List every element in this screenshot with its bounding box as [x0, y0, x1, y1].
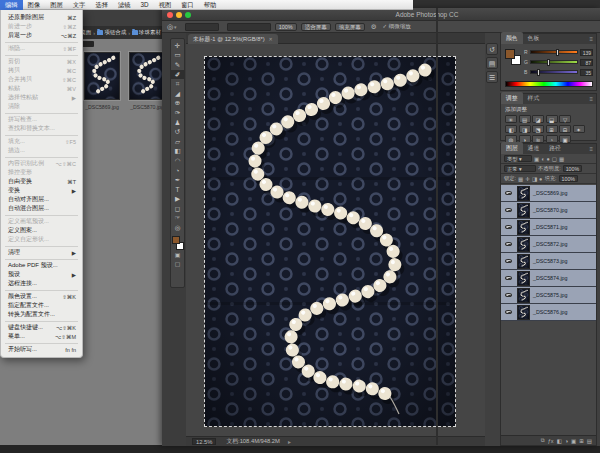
edit-menu-item[interactable]: 描边... [1, 146, 82, 155]
r-slider-track[interactable] [530, 50, 578, 54]
adjustment-icon[interactable]: ▤ [519, 115, 531, 124]
adjustment-icon[interactable]: ✦ [573, 125, 585, 134]
layer-row[interactable]: _DSC5874.jpg [501, 270, 596, 287]
edit-menu-item[interactable]: 开始听写...fn fn [1, 345, 82, 354]
zoom-tool[interactable]: ◎ [171, 223, 184, 233]
layer-row[interactable]: _DSC5871.jpg [501, 219, 596, 236]
edit-menu-item[interactable]: 自由变换⌘T [1, 177, 82, 186]
delete-layer-icon[interactable]: ▤ [587, 438, 592, 444]
lock-icon[interactable]: ✛ [525, 176, 530, 182]
move-tool[interactable]: ✛ [171, 41, 184, 51]
g-slider-track[interactable] [530, 60, 578, 64]
filter-type-icon[interactable]: ▣ [534, 156, 539, 162]
breadcrumb-item[interactable]: 项链合成 [97, 29, 126, 36]
layer-row[interactable]: _DSC5870.jpg [501, 202, 596, 219]
lock-icon[interactable]: ● [539, 176, 542, 182]
adjustment-icon[interactable]: ◨ [519, 125, 531, 134]
zoom-preset-field[interactable] [185, 23, 219, 31]
tab-图层[interactable]: 图层 [501, 142, 523, 154]
history-icon[interactable]: ↺ [486, 43, 498, 55]
panel-menu-icon[interactable]: ≡ [589, 36, 593, 42]
tab-颜色[interactable]: 颜色 [501, 32, 523, 44]
history-brush-tool[interactable]: ↺ [171, 127, 184, 137]
zoom-value-field[interactable] [227, 23, 271, 31]
edit-menu-item[interactable]: 还原删除图层⌘Z [1, 13, 82, 22]
layer-visibility-toggle[interactable] [503, 259, 514, 264]
lock-icon[interactable]: ◨ [532, 176, 537, 182]
close-icon[interactable]: ✕ [269, 36, 273, 42]
clone-stamp-tool[interactable]: ♟ [171, 118, 184, 128]
canvas-area[interactable] [186, 44, 485, 436]
slider-knob[interactable] [537, 69, 540, 76]
scrubby-zoom-checkbox[interactable]: ✓ 细微缩放 [383, 23, 411, 30]
gear-icon[interactable]: ⚙ [371, 23, 377, 31]
layer-mask-icon[interactable]: ◧ [556, 438, 561, 444]
edit-menu-item[interactable]: 查找和替换文本... [1, 124, 82, 133]
crop-tool[interactable]: ⌗ [171, 79, 184, 89]
edit-menu-item[interactable]: 远程连接... [1, 279, 82, 288]
slider-knob[interactable] [547, 59, 550, 66]
file-item[interactable]: _DSC5870.jpg [129, 52, 165, 110]
panel-menu-icon[interactable]: ≡ [589, 146, 593, 152]
layer-visibility-toggle[interactable] [503, 276, 514, 281]
r-value-field[interactable]: 139 [580, 49, 593, 56]
adjustment-layer-icon[interactable]: ◑ [565, 438, 568, 444]
tab-样式[interactable]: 样式 [523, 92, 545, 104]
hand-tool[interactable]: ☞ [171, 214, 184, 224]
g-value-field[interactable]: 87 [580, 59, 593, 66]
menubar-item-窗口[interactable]: 窗口 [176, 0, 199, 10]
layer-visibility-toggle[interactable] [503, 242, 514, 247]
edit-menu-item[interactable]: 拷贝⌘C [1, 66, 82, 75]
filter-type-icon[interactable]: ▦ [559, 156, 564, 162]
filter-type-icon[interactable]: ▢ [552, 156, 557, 162]
edit-menu-item[interactable]: 前进一步⇧⌘Z [1, 22, 82, 31]
edit-menu-item[interactable]: 渐隐...⇧⌘F [1, 44, 82, 53]
chevron-down-icon[interactable]: ▾ [174, 24, 177, 30]
opacity-field[interactable]: 100% [563, 165, 583, 173]
zoom-level-field[interactable]: 12.5% [192, 438, 216, 446]
edit-menu-item[interactable]: 合并拷贝⇧⌘C [1, 75, 82, 84]
tab-通道[interactable]: 通道 [523, 142, 545, 154]
adjustment-icon[interactable]: ⬔ [532, 125, 544, 134]
pen-tool[interactable]: ✒ [171, 175, 184, 185]
link-layers-icon[interactable]: ⧉ [541, 437, 545, 444]
gradient-tool[interactable]: ◧ [171, 147, 184, 157]
edit-menu-item[interactable]: 指定配置文件... [1, 301, 82, 310]
status-expander-icon[interactable]: ▸ [288, 439, 291, 445]
foreground-color-swatch[interactable] [505, 49, 515, 59]
adjustment-icon[interactable]: ☀ [505, 115, 517, 124]
adjustment-icon[interactable]: ⊞ [546, 125, 558, 134]
eraser-tool[interactable]: ▱ [171, 137, 184, 147]
adjustment-icon[interactable]: ▽ [559, 115, 571, 124]
dodge-tool[interactable]: ◔ [171, 166, 184, 176]
adjustment-icon[interactable]: ◪ [532, 115, 544, 124]
adjustment-icon[interactable]: ◧ [505, 125, 517, 134]
pearl-necklace-image[interactable] [205, 57, 455, 426]
layer-row[interactable]: _DSC5876.jpg [501, 304, 596, 321]
brush-tool[interactable]: ✑ [171, 108, 184, 118]
edit-menu-item[interactable]: 填充...⇧F5 [1, 137, 82, 146]
edit-menu-item[interactable]: 转换为配置文件... [1, 310, 82, 319]
menubar-item-文字[interactable]: 文字 [68, 0, 91, 10]
info-icon[interactable]: ☰ [486, 71, 498, 83]
adjustment-icon[interactable]: ⬓ [546, 115, 558, 124]
layer-row[interactable]: _DSC5869.jpg [501, 185, 596, 202]
b-slider-track[interactable] [530, 70, 578, 74]
document-tab[interactable]: 未标题-1 @ 12.5%(RGB/8*) ✕ [188, 34, 278, 44]
layer-effects-icon[interactable]: ƒx [548, 438, 554, 444]
menubar-item-编辑[interactable]: 编辑 [0, 0, 23, 10]
fill-screen-button[interactable]: 填充屏幕 [335, 23, 365, 31]
edit-menu-item[interactable]: 自动对齐图层... [1, 195, 82, 204]
layer-group-icon[interactable]: ▣ [571, 438, 576, 444]
marquee-tool[interactable]: ▭ [171, 51, 184, 61]
edit-menu-item[interactable]: 内容识别比例⌥⇧⌘C [1, 159, 82, 168]
new-layer-icon[interactable]: ⊞ [579, 438, 584, 444]
layer-visibility-toggle[interactable] [503, 191, 514, 196]
quick-selection-tool[interactable]: ✐ [171, 70, 184, 80]
zoom-100-button[interactable]: 100% [275, 23, 297, 31]
filter-type-icon[interactable]: ● [547, 156, 550, 162]
blur-tool[interactable]: ◠ [171, 156, 184, 166]
edit-menu-item[interactable]: 键盘快捷键...⌥⇧⌘K [1, 323, 82, 332]
foreground-swatch[interactable] [172, 236, 180, 244]
edit-menu-item[interactable]: 粘贴⌘V [1, 84, 82, 93]
